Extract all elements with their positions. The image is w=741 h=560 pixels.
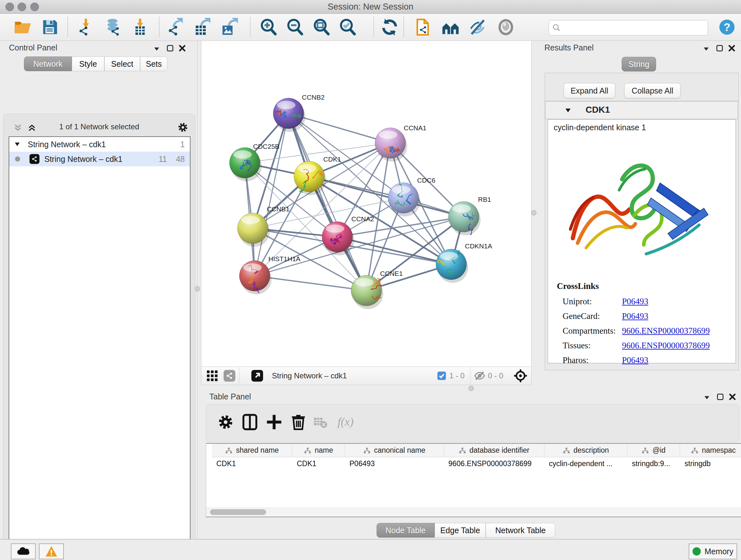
node-CDC6[interactable]: CDC6: [388, 177, 435, 216]
scrollbar-thumb[interactable]: [210, 509, 266, 515]
hidden-eye-slash-icon[interactable]: [474, 370, 485, 381]
results-panel-menu-caret[interactable]: [702, 45, 711, 53]
collapse-all-icon[interactable]: [12, 123, 23, 132]
zoom-out-button[interactable]: [286, 18, 304, 37]
crosslink-value-link[interactable]: P06493: [622, 355, 649, 365]
table-cell[interactable]: cyclin-dependent ...: [544, 457, 627, 470]
delete-column-trash-icon[interactable]: [290, 414, 307, 431]
expand-all-button[interactable]: Expand All: [563, 83, 615, 98]
column-header-label: name: [315, 446, 333, 455]
create-column-plus-icon[interactable]: [266, 414, 283, 431]
table-gear-icon[interactable]: [217, 414, 234, 431]
cloud-button[interactable]: [11, 543, 36, 559]
network-view-share-icon[interactable]: [223, 369, 236, 382]
hide-graphics-details-button[interactable]: [468, 18, 487, 37]
node-CCNB2[interactable]: CCNB2: [273, 94, 325, 132]
node-CDKN1A[interactable]: CDKN1A: [436, 242, 492, 283]
table-horizontal-scrollbar[interactable]: [206, 508, 741, 516]
network-collection-row[interactable]: String Network – cdk1 1: [9, 137, 190, 152]
tab-select[interactable]: Select: [105, 57, 140, 71]
detach-view-icon[interactable]: [251, 369, 264, 382]
node-CDK1[interactable]: CDK1: [294, 155, 341, 195]
collapse-all-button[interactable]: Collapse All: [624, 83, 681, 98]
select-columns-icon[interactable]: [241, 414, 259, 431]
crosslink-value-link[interactable]: P06493: [622, 297, 649, 307]
disclosure-triangle-icon[interactable]: [14, 141, 21, 148]
table-panel-float-button[interactable]: [716, 393, 724, 401]
node-CCNA1[interactable]: CCNA1: [375, 124, 426, 162]
table-cell[interactable]: CDK1: [212, 457, 292, 470]
right-splitter-handle[interactable]: [531, 210, 536, 215]
results-panel-float-button[interactable]: [716, 44, 724, 52]
grid-view-icon[interactable]: [206, 369, 219, 382]
edge-CCNB2-CCNE1[interactable]: [288, 113, 366, 291]
birdseye-crosshair-icon[interactable]: [514, 369, 528, 383]
column-header-database-identifier[interactable]: database identifier: [444, 444, 544, 457]
table-panel-menu-caret[interactable]: [703, 393, 711, 401]
zoom-in-button[interactable]: [259, 18, 278, 37]
import-network-file-button[interactable]: [77, 18, 95, 37]
table-cell[interactable]: 9606.ENSP00000378699: [444, 457, 544, 470]
tab-string[interactable]: String: [622, 57, 656, 71]
column-header-shared-name[interactable]: shared name: [212, 444, 292, 457]
import-network-database-button[interactable]: [104, 18, 123, 37]
crosslink-value-link[interactable]: 9606.ENSP00000378699: [622, 341, 710, 351]
table-cell[interactable]: stringdb: [680, 457, 741, 470]
control-panel-menu-caret[interactable]: [152, 45, 161, 53]
left-splitter-handle[interactable]: [195, 286, 200, 292]
network-edge-count: 48: [176, 154, 185, 164]
export-network-button[interactable]: [166, 18, 185, 37]
zoom-fit-button[interactable]: [312, 18, 331, 37]
selected-checkbox-icon[interactable]: [436, 371, 447, 381]
column-header-label: namespac: [702, 446, 736, 455]
tab-edge-table[interactable]: Edge Table: [434, 523, 486, 538]
table-panel-close-button[interactable]: [728, 393, 737, 401]
entry-disclosure-triangle-icon[interactable]: [564, 107, 572, 114]
crosslink-label: Tissues:: [562, 341, 591, 351]
string-home-button[interactable]: [442, 18, 460, 37]
save-session-button[interactable]: [41, 18, 59, 37]
control-panel-close-button[interactable]: [178, 44, 186, 52]
column-header-description[interactable]: description: [544, 444, 627, 457]
control-panel-float-button[interactable]: [166, 44, 174, 52]
table-cell[interactable]: CDK1: [292, 457, 345, 470]
crosslink-value-link[interactable]: P06493: [622, 311, 649, 321]
cdk1-entry-header[interactable]: CDK1: [545, 101, 738, 119]
column-header-namespac[interactable]: namespac: [680, 444, 741, 457]
tab-sets[interactable]: Sets: [140, 57, 167, 71]
warnings-button[interactable]: [39, 543, 64, 559]
results-panel-close-button[interactable]: [728, 44, 736, 52]
network-options-gear-icon[interactable]: [177, 122, 189, 133]
network-row-selected[interactable]: String Network – cdk1 11 48: [9, 152, 190, 166]
node-CDC25B[interactable]: CDC25B: [229, 143, 280, 181]
import-table-file-button[interactable]: [131, 18, 149, 37]
tab-style[interactable]: Style: [72, 57, 105, 71]
show-graphics-details-button[interactable]: [496, 18, 515, 37]
refresh-view-button[interactable]: [381, 18, 399, 37]
node-HIST1H1A[interactable]: HIST1H1A: [239, 255, 300, 294]
tab-node-table[interactable]: Node Table: [377, 523, 434, 538]
export-table-button[interactable]: [193, 18, 212, 37]
tab-network[interactable]: Network: [24, 57, 72, 71]
network-canvas[interactable]: CCNB2CCNA1CDC25BCDK1CDC6RB1CCNB1CCNA2CDK…: [201, 41, 532, 367]
column-header-name[interactable]: name: [292, 444, 345, 457]
crosslink-label: Uniprot:: [562, 297, 592, 307]
crosslink-value-link[interactable]: 9606.ENSP00000378699: [622, 326, 710, 336]
node-table[interactable]: shared namenamecanonical namedatabase id…: [206, 443, 741, 517]
open-session-button[interactable]: [13, 18, 32, 37]
column-header--id[interactable]: @id: [627, 444, 680, 457]
edge-CCNB2-HIST1H1A[interactable]: [255, 113, 288, 276]
node-RB1[interactable]: RB1: [448, 196, 491, 235]
expand-all-icon[interactable]: [26, 123, 37, 132]
table-cell[interactable]: stringdb:9...: [627, 457, 680, 470]
export-image-button[interactable]: [220, 18, 239, 37]
help-button[interactable]: ?: [719, 19, 735, 36]
search-input[interactable]: [563, 22, 705, 33]
memory-button[interactable]: Memory: [689, 543, 737, 559]
column-header-canonical-name[interactable]: canonical name: [345, 444, 444, 457]
share-document-button[interactable]: [414, 18, 433, 37]
edge-CDK1-RB1[interactable]: [309, 177, 464, 217]
table-cell[interactable]: P06493: [345, 457, 444, 470]
zoom-selected-button[interactable]: [338, 18, 357, 37]
tab-network-table[interactable]: Network Table: [486, 523, 555, 538]
